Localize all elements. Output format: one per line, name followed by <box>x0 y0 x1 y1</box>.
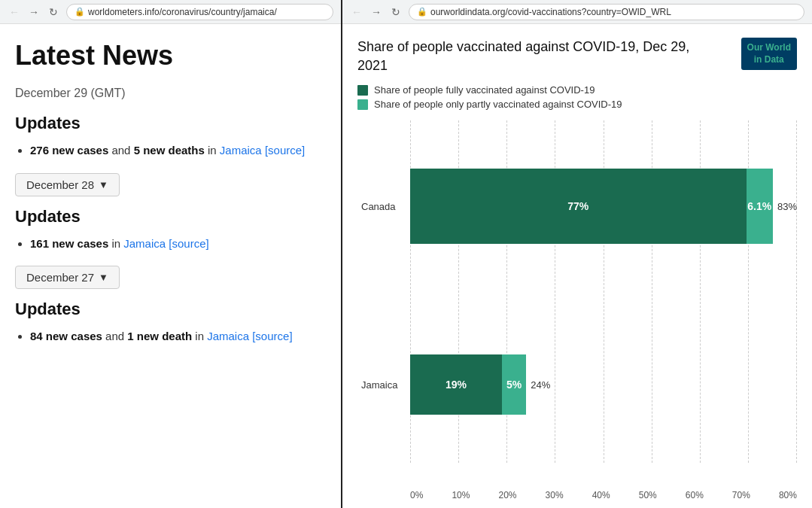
legend: Share of people fully vaccinated against… <box>357 84 797 110</box>
left-panel: ← → ↻ 🔒 worldometers.info/coronavirus/co… <box>0 0 342 508</box>
chart-title-row: Share of people vaccinated against COVID… <box>357 38 797 75</box>
list-item: 84 new cases and 1 new death in Jamaica … <box>30 328 326 345</box>
canada-bar-full: 77% <box>410 169 747 244</box>
jamaica-total-label: 24% <box>531 379 550 391</box>
legend-label-full: Share of people fully vaccinated against… <box>374 84 595 96</box>
x-label-3: 30% <box>546 490 564 500</box>
chevron-down-icon-2: ▼ <box>99 272 108 283</box>
jamaica-bar-full: 19% <box>410 354 502 415</box>
new-cases-bold-2: 161 new cases <box>30 237 108 250</box>
browser-bar-left: ← → ↻ 🔒 worldometers.info/coronavirus/co… <box>0 0 341 24</box>
source-link-2[interactable]: [source] <box>169 237 208 250</box>
address-bar-left[interactable]: 🔒 worldometers.info/coronavirus/country/… <box>66 4 333 20</box>
jamaica-bar-partial: 5% <box>502 354 526 415</box>
jamaica-partial-label: 5% <box>506 379 522 391</box>
x-axis: 0% 10% 20% 30% 40% 50% 60% 70% 80% <box>357 485 797 500</box>
browser-bar-right: ← → ↻ 🔒 ourworldindata.org/covid-vaccina… <box>342 0 812 24</box>
new-deaths-bold-3: 1 new death <box>127 330 192 342</box>
back-button[interactable]: ← <box>8 5 21 19</box>
lock-icon-right: 🔒 <box>417 7 427 17</box>
canada-bar-row: Canada 77% 6.1% 83% <box>410 169 797 244</box>
right-panel: ← → ↻ 🔒 ourworldindata.org/covid-vaccina… <box>342 0 812 508</box>
canada-bar-partial: 6.1% <box>747 169 773 244</box>
address-text-left: worldometers.info/coronavirus/country/ja… <box>88 7 277 17</box>
new-cases-bold: 276 new cases <box>30 144 108 157</box>
chevron-down-icon: ▼ <box>99 179 108 190</box>
left-content: Latest News December 29 (GMT) Updates 27… <box>0 24 341 508</box>
jamaica-label: Jamaica <box>361 379 397 391</box>
jamaica-bar-row: Jamaica 19% 5% 24% <box>410 347 797 422</box>
canada-partial-label: 6.1% <box>747 200 771 212</box>
collapse-dec28-label: December 28 <box>26 178 94 191</box>
collapse-dec27-button[interactable]: December 27 ▼ <box>15 266 120 289</box>
owid-badge: Our World in Data <box>741 38 797 70</box>
x-label-7: 70% <box>732 490 750 500</box>
legend-item-partial: Share of people only partly vaccinated a… <box>357 99 797 110</box>
legend-label-partial: Share of people only partly vaccinated a… <box>374 99 622 110</box>
list-item: 161 new cases in Jamaica [source] <box>30 236 326 253</box>
canada-total-label: 83% <box>777 201 797 212</box>
source-link-3[interactable]: [source] <box>252 330 292 342</box>
new-cases-bold-3: 84 new cases <box>30 330 102 342</box>
list-item: 276 new cases and 5 new deaths in Jamaic… <box>30 142 326 160</box>
x-label-0: 0% <box>410 490 423 500</box>
update-list-2: 161 new cases in Jamaica [source] <box>15 236 326 253</box>
source-link-1[interactable]: [source] <box>265 144 305 157</box>
lock-icon: 🔒 <box>75 7 85 17</box>
new-deaths-bold: 5 new deaths <box>134 144 205 157</box>
x-label-4: 40% <box>592 490 610 500</box>
updates-heading-3: Updates <box>15 300 326 319</box>
jamaica-full-label: 19% <box>446 379 467 391</box>
update-list-3: 84 new cases and 1 new death in Jamaica … <box>15 328 326 345</box>
address-text-right: ourworldindata.org/covid-vaccinations?co… <box>430 7 671 17</box>
bars-container: Canada 77% 6.1% 83% <box>357 120 797 485</box>
updates-heading-1: Updates <box>15 114 326 133</box>
jamaica-bar-track: 19% 5% 24% <box>410 347 797 422</box>
x-label-1: 10% <box>452 490 470 500</box>
chart-area: Canada 77% 6.1% 83% <box>357 120 797 500</box>
update-list-1: 276 new cases and 5 new deaths in Jamaic… <box>15 142 326 160</box>
updates-heading-2: Updates <box>15 207 326 227</box>
canada-full-label: 77% <box>567 200 588 212</box>
back-button-right[interactable]: ← <box>350 5 363 19</box>
collapse-dec28-button[interactable]: December 28 ▼ <box>15 173 120 196</box>
forward-button[interactable]: → <box>27 5 41 19</box>
reload-button[interactable]: ↻ <box>47 5 60 19</box>
x-label-2: 20% <box>498 490 516 500</box>
right-content: Share of people vaccinated against COVID… <box>342 24 812 508</box>
x-label-8: 80% <box>779 490 797 500</box>
legend-color-full <box>357 85 368 96</box>
canada-label: Canada <box>361 201 396 212</box>
legend-color-partial <box>357 99 368 110</box>
forward-button-right[interactable]: → <box>370 5 383 19</box>
chart-title: Share of people vaccinated against COVID… <box>357 38 719 75</box>
x-label-6: 60% <box>686 490 704 500</box>
reload-button-right[interactable]: ↻ <box>389 5 403 19</box>
jamaica-link-1[interactable]: Jamaica <box>220 144 262 157</box>
jamaica-link-3[interactable]: Jamaica <box>207 330 249 342</box>
date-header: December 29 (GMT) <box>15 87 326 100</box>
jamaica-link-2[interactable]: Jamaica <box>123 237 166 250</box>
x-label-5: 50% <box>639 490 657 500</box>
owid-line2: in Data <box>754 54 784 65</box>
owid-line1: Our World <box>747 42 791 53</box>
canada-bar-track: 77% 6.1% 83% <box>410 169 797 244</box>
address-bar-right[interactable]: 🔒 ourworldindata.org/covid-vaccinations?… <box>409 4 804 20</box>
page-title: Latest News <box>15 39 326 71</box>
legend-item-full: Share of people fully vaccinated against… <box>357 84 797 96</box>
collapse-dec27-label: December 27 <box>26 271 94 284</box>
